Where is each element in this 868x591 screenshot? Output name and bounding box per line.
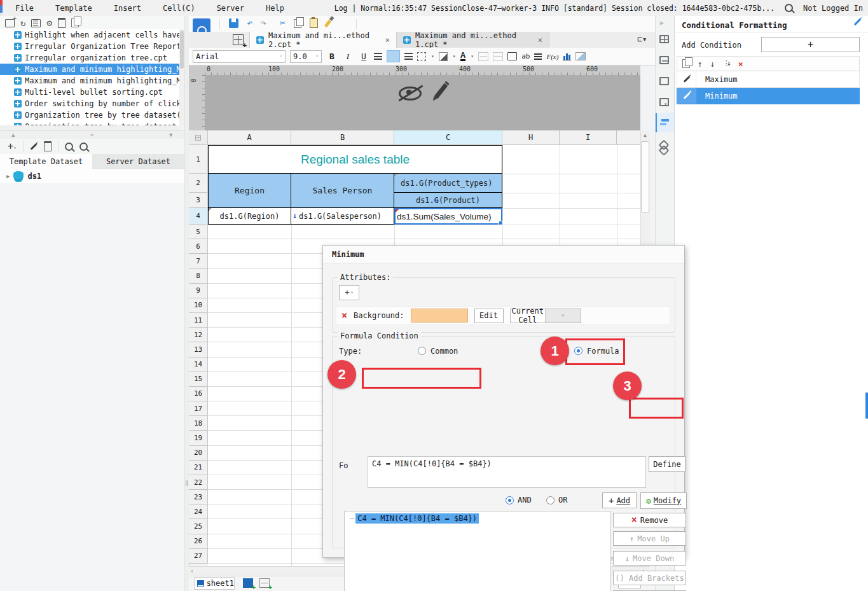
copy-icon[interactable] [294,19,301,28]
add-poly-sheet-icon[interactable] [259,578,270,588]
text-field-button[interactable] [507,52,517,60]
cut-icon[interactable]: ✂ [280,18,286,28]
font-color-caret[interactable]: ▾ [471,53,474,59]
cell-region-formula[interactable]: ds1.G(Region) [208,208,291,225]
italic-button[interactable]: I [342,52,354,62]
close-tab-icon[interactable]: × [538,36,542,45]
edit-dataset-icon[interactable] [31,143,38,150]
expand-caret-icon[interactable]: ▶ [6,173,10,179]
save-icon[interactable] [229,18,238,28]
tree-horizontal-scrollbar[interactable] [0,125,179,130]
dataset-tree-item[interactable]: ▶ ds1 [0,169,184,183]
row-gutter[interactable] [677,71,696,87]
condition-list[interactable]: — C4 = MIN(C4[!0]{B4 = $B4}) [344,511,611,591]
scroll-up-icon[interactable]: ▲ [640,130,650,140]
column-header-b[interactable]: B [291,130,394,145]
move-down-button[interactable]: ↓Move Down [613,551,686,566]
add-dataset-icon[interactable]: +▾ [8,141,17,152]
row-header[interactable]: 17 [189,401,208,416]
font-size-select[interactable]: 9.0˅ [290,50,322,63]
cell-attributes-icon[interactable] [659,35,669,43]
undo-icon[interactable]: ↶ [247,18,252,28]
row-header[interactable]: 21 [189,461,208,475]
row-header[interactable]: 3 [189,193,208,208]
add-condition-button[interactable]: +Add [602,492,637,508]
row-header[interactable]: 25 [189,519,208,534]
sort-icon[interactable] [723,60,731,67]
menu-item[interactable]: Server [217,4,244,13]
row-header[interactable]: 14 [189,358,208,372]
cell-sales-volume-formula-selected[interactable]: ds1.Sum(Sales_Volume) [394,208,502,225]
vertical-scrollbar-thumb[interactable] [641,141,649,212]
common-label[interactable]: Common [431,347,458,356]
edit-margin-icon[interactable] [434,83,448,99]
tab-template-dataset[interactable]: Template Dataset [0,154,92,169]
fill-caret[interactable]: ▾ [453,53,456,59]
row-header[interactable]: 24 [189,504,208,519]
tab-overflow-icon[interactable]: ⊏▾ [637,34,647,44]
row-header[interactable]: 11 [189,313,208,328]
condition-list-row[interactable]: — C4 = MIN(C4[!0]{B4 = $B4}) [345,513,610,524]
tab-document-active[interactable]: Maximum and mi...ethod 2.cpt * × [249,32,397,48]
row-header[interactable]: 4 [189,208,208,225]
new-tab-icon[interactable] [233,34,244,45]
cell-salesperson-formula[interactable]: ↓ ds1.G(Salesperson) [291,208,394,225]
add-condition-button[interactable]: + [761,37,860,52]
row-header[interactable]: 19 [189,431,208,445]
tree-item[interactable]: Order switching by number of clicks - Nu [0,98,179,109]
remove-attribute-icon[interactable]: × [341,311,347,321]
row-header[interactable]: 20 [189,446,208,461]
tree-item[interactable]: Highlight when adjacent cells have the s [0,29,179,41]
splitter-grip-icon[interactable]: = [90,132,93,138]
redo-icon[interactable]: ↷ [261,18,266,28]
collapse-up-icon[interactable]: ▲ [11,132,15,138]
cell-sales-person-header[interactable]: Sales Person [291,174,394,208]
cell-product-types-formula[interactable]: ds1.G(Product_types) [394,174,502,193]
underline-button[interactable]: U [358,52,369,61]
login-status[interactable]: Not Logged In [803,4,863,13]
row-header[interactable]: 18 [189,416,208,431]
search-icon[interactable] [785,4,793,12]
scroll-left-icon[interactable]: ‹ [190,566,199,576]
widget-settings-icon[interactable] [659,98,669,106]
unmerge-cells-button[interactable] [493,52,503,61]
delete-icon[interactable] [58,18,65,28]
new-template-icon[interactable] [5,19,15,27]
row-header[interactable]: 13 [189,342,208,357]
bold-button[interactable]: B [326,52,338,61]
merge-cells-button[interactable] [478,52,488,61]
row-header[interactable]: 10 [189,298,208,313]
menu-item[interactable]: File [15,4,34,13]
cell-report-title[interactable]: Regional sales table [208,145,502,174]
font-color-button[interactable]: A [460,52,466,61]
add-brackets-button[interactable]: () Add Brackets [613,571,686,585]
hide-preview-icon[interactable] [399,87,422,101]
condition-row-minimum-selected[interactable]: Minimum [677,88,860,104]
tree-item[interactable]: Maximum and minimum highlighting_Method [0,75,179,87]
tree-item[interactable]: Multi-level bullet sorting.cpt [0,87,179,98]
tab-server-dataset[interactable]: Server Dataset [92,154,184,169]
image-button[interactable] [575,52,586,60]
text-style-button[interactable]: ab [521,52,530,60]
refresh-icon[interactable]: ↻ [20,18,25,27]
select-all-corner[interactable] [189,130,208,145]
formula-input[interactable]: C4 = MIN(C4[!0]{B4 = $B4}) [368,456,646,488]
collapse-down-icon[interactable]: ▼ [169,132,172,138]
row-header[interactable]: 27 [189,549,208,564]
column-header-c[interactable]: C [394,130,502,145]
cell-product-formula[interactable]: → ds1.G(Product) [394,193,502,208]
preview-settings-icon[interactable] [79,143,88,151]
row-header[interactable]: 7 [189,254,208,268]
delete-dataset-icon[interactable] [44,141,52,151]
or-label[interactable]: OR [558,496,567,504]
border-button[interactable] [417,52,426,61]
row-header[interactable]: 2 [189,174,208,193]
move-down-icon[interactable]: ↓ [710,60,715,68]
column-header-h[interactable]: H [502,130,560,145]
tree-scrollbar-thumb[interactable] [180,31,184,69]
cell-region-header[interactable]: Region [208,174,291,208]
close-tab-icon[interactable]: × [385,36,390,45]
define-button[interactable]: Define [649,456,685,472]
chart-button[interactable] [563,52,571,60]
modify-condition-button[interactable]: ⚙Modify [640,492,687,509]
